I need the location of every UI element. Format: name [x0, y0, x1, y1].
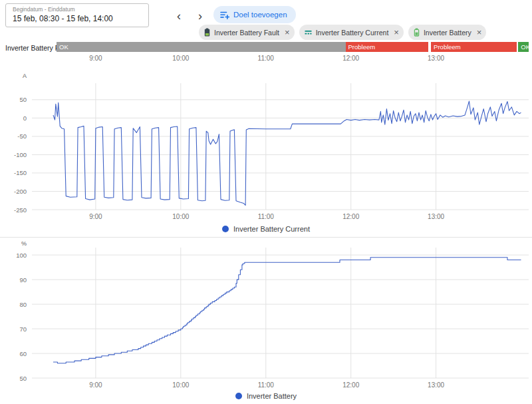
- y-tick-label: 60: [19, 350, 27, 357]
- y-axis-unit-label: %: [21, 240, 27, 247]
- x-tick-label: 11:00: [258, 213, 275, 220]
- x-tick-label: 12:00: [342, 381, 359, 389]
- legend-dot-icon: [222, 226, 229, 232]
- y-tick-label: 100: [16, 252, 27, 259]
- status-time-axis: 9:0010:0011:0012:0013:00: [0, 55, 532, 63]
- status-timeline-bar: OKProbleemProbleemOK: [57, 42, 529, 52]
- inverter-battery-current-series-line: [53, 101, 521, 205]
- inverter-battery-chart: 10090807060509:0010:0011:0012:0013:00%: [0, 240, 532, 391]
- y-tick-label: -100: [14, 151, 27, 158]
- chip-label: Inverter Battery Fault: [214, 29, 279, 37]
- date-range-value: 15 feb, 08:30 - 15 feb, 14:00: [13, 14, 142, 23]
- time-tick-label: 13:00: [428, 55, 444, 62]
- inverter-battery-current-chart: 500-50-100-150-200-2509:0010:0011:0012:0…: [0, 65, 532, 224]
- y-tick-label: -150: [14, 169, 27, 176]
- legend-label: Inverter Battery Current: [233, 225, 310, 233]
- chip-inverter-battery-current[interactable]: Inverter Battery Current ×: [299, 25, 404, 40]
- chip-label: Inverter Battery Current: [316, 29, 389, 37]
- status-segment-probleem: Probleem: [346, 42, 428, 52]
- x-tick-label: 9:00: [89, 381, 102, 389]
- y-tick-label: -200: [14, 188, 27, 195]
- y-tick-label: 0: [23, 114, 27, 122]
- y-tick-label: 50: [19, 96, 27, 103]
- previous-period-button[interactable]: ‹: [170, 7, 188, 25]
- y-tick-label: 90: [19, 276, 27, 284]
- legend-dot-icon: [235, 393, 242, 399]
- chip-inverter-battery[interactable]: Inverter Battery ×: [408, 25, 486, 40]
- time-tick-label: 9:00: [89, 55, 102, 62]
- x-tick-label: 13:00: [428, 381, 444, 389]
- chip-close-icon[interactable]: ×: [477, 28, 482, 37]
- chip-close-icon[interactable]: ×: [394, 28, 399, 37]
- section-divider: [0, 237, 532, 238]
- legend-label: Inverter Battery: [247, 392, 297, 400]
- inverter-battery-series-line: [53, 258, 521, 363]
- chip-inverter-battery-fault[interactable]: Inverter Battery Fault ×: [199, 25, 295, 40]
- time-tick-label: 10:00: [172, 55, 189, 62]
- current-chart-legend: Inverter Battery Current: [0, 225, 532, 233]
- battery-current-icon: [304, 28, 313, 37]
- series-chip-list: Inverter Battery Fault × Inverter Batter…: [199, 25, 486, 40]
- x-tick-label: 10:00: [172, 381, 189, 389]
- y-tick-label: -50: [17, 132, 27, 140]
- y-axis-unit-label: A: [23, 73, 27, 79]
- next-period-button[interactable]: ›: [192, 7, 209, 25]
- time-tick-label: 12:00: [342, 55, 359, 62]
- add-goal-button[interactable]: Doel toevoegen: [213, 6, 296, 23]
- status-segment-ok: OK: [57, 42, 346, 52]
- y-tick-label: -250: [14, 206, 27, 214]
- time-tick-label: 11:00: [258, 55, 274, 62]
- chip-close-icon[interactable]: ×: [285, 28, 290, 37]
- x-tick-label: 12:00: [342, 213, 359, 220]
- battery-icon: [413, 28, 420, 37]
- chip-label: Inverter Battery: [424, 29, 471, 37]
- y-tick-label: 80: [19, 301, 27, 308]
- x-tick-label: 13:00: [428, 213, 444, 220]
- x-tick-label: 10:00: [172, 213, 189, 220]
- add-goal-label: Doel toevoegen: [233, 11, 287, 19]
- battery-fault-icon: [203, 28, 211, 37]
- date-range-label: Begindatum - Einddatum: [13, 6, 142, 13]
- battery-chart-legend: Inverter Battery: [0, 392, 532, 400]
- date-range-picker[interactable]: Begindatum - Einddatum 15 feb, 08:30 - 1…: [5, 3, 149, 27]
- x-tick-label: 11:00: [258, 381, 275, 389]
- y-tick-label: 50: [19, 375, 27, 382]
- status-segment-probleem: Probleem: [431, 42, 517, 52]
- y-tick-label: 70: [19, 325, 27, 333]
- add-goal-icon: [220, 11, 229, 19]
- status-segment-ok: OK: [518, 42, 529, 52]
- x-tick-label: 9:00: [89, 213, 102, 220]
